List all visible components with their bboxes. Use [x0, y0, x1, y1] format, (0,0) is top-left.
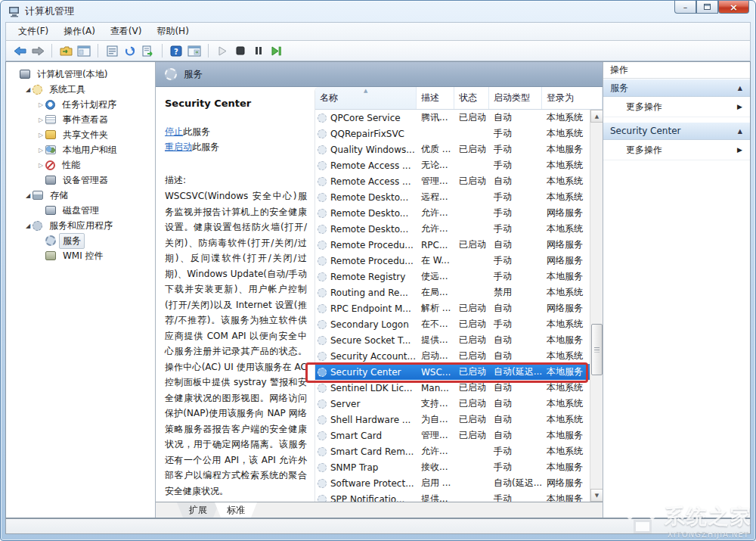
tree-expander-icon[interactable]: ▷: [36, 162, 45, 169]
tree-item[interactable]: WMI 控件: [6, 248, 155, 263]
tab-standard[interactable]: 标准: [215, 502, 257, 518]
service-name: Remote Deskto...: [330, 192, 408, 203]
restart-service-link[interactable]: 重启动: [165, 141, 192, 152]
actions-section-security-center[interactable]: Security Center ▲: [603, 122, 750, 140]
table-row[interactable]: Remote Registry 使远... 手动 本地服务: [315, 269, 590, 284]
more-actions-services[interactable]: 更多操作 ▶: [603, 97, 750, 117]
restore-button[interactable]: [696, 1, 718, 14]
tree-expander-icon[interactable]: ▷: [36, 147, 45, 154]
start-service-icon[interactable]: [215, 43, 230, 58]
scrollbar-thumb[interactable]: [591, 324, 603, 375]
table-row[interactable]: Shell Hardware ... 为自... 已启动 自动 本地系统: [315, 412, 590, 428]
shared-folders-icon: [45, 130, 56, 139]
more-actions-security-center[interactable]: 更多操作 ▶: [603, 140, 750, 160]
table-row[interactable]: QQRepairFixSVC 手动 本地系统: [315, 126, 590, 141]
column-header-description[interactable]: 描述: [417, 87, 454, 109]
help-icon[interactable]: ?: [169, 43, 184, 58]
table-row[interactable]: Quality Windows... 优质 ... 已启动 手动 本地服务: [315, 141, 590, 157]
menu-item-1[interactable]: 操作(A): [56, 23, 103, 40]
action-pane-icon[interactable]: [187, 43, 202, 58]
actions-title: 操作: [603, 62, 750, 79]
tree-item-label: 设备管理器: [59, 173, 112, 188]
forward-icon[interactable]: [30, 43, 45, 58]
table-row[interactable]: Remote Procedu... 在 W... 手动 网络服务: [315, 253, 590, 269]
table-row[interactable]: Secondary Logon 在不... 已启动 手动 本地系统: [315, 316, 590, 332]
service-name: Server: [330, 399, 360, 409]
tree-expander-icon[interactable]: ◢: [23, 192, 33, 199]
table-row[interactable]: Remote Access ... 管理... 已启动 自动 本地系统: [315, 173, 590, 189]
restart-service-icon[interactable]: [269, 43, 284, 58]
close-button[interactable]: ×: [718, 1, 749, 14]
minimize-button[interactable]: –: [674, 1, 696, 14]
column-header-startup-type[interactable]: 启动类型: [489, 87, 542, 109]
service-logon-as-cell: 本地服务: [542, 429, 590, 442]
table-row[interactable]: Remote Deskto... 允许... 手动 网络服务: [315, 205, 590, 221]
tree-item[interactable]: ◢ 服务和应用程序: [6, 218, 155, 233]
table-row[interactable]: Security Account... 启动... 已启动 自动 本地系统: [315, 348, 590, 364]
service-name: QPCore Service: [330, 113, 401, 123]
table-row[interactable]: Smart Card 管理... 已启动 自动 本地服务: [315, 428, 590, 443]
actions-section-security-center-label: Security Center: [610, 126, 680, 136]
tree-item[interactable]: ▷ 共享文件夹: [6, 127, 155, 142]
tree-expander-icon[interactable]: ▷: [36, 101, 45, 108]
stop-service-link[interactable]: 停止: [165, 126, 183, 137]
column-header-logon-as[interactable]: 登录为: [542, 87, 603, 109]
status-bar: [5, 518, 751, 534]
table-row[interactable]: Smart Card Rem... 允许... 手动 本地系统: [315, 443, 590, 459]
tree-item[interactable]: 磁盘管理: [6, 203, 155, 218]
table-row[interactable]: Secure Socket T... 提供... 已启动 自动 本地服务: [315, 332, 590, 348]
table-row[interactable]: Remote Deskto... 远程... 手动 本地系统: [315, 189, 590, 205]
tree-item[interactable]: ◢ 系统工具: [6, 82, 155, 97]
tree-item[interactable]: ▷ 本地用户和组: [6, 142, 155, 157]
actions-section-services[interactable]: 服务 ▲: [603, 79, 750, 97]
table-row[interactable]: SPP Notificatio... 提供... 手动 本地服务: [315, 491, 590, 502]
tree-item[interactable]: 服务: [6, 233, 155, 248]
column-header-status[interactable]: 状态: [454, 87, 489, 109]
title-bar[interactable]: 计算机管理 – ×: [1, 1, 755, 22]
collapse-icon[interactable]: ▲: [738, 128, 742, 135]
service-gear-icon: [318, 447, 327, 456]
menu-item-3[interactable]: 帮助(H): [149, 23, 196, 40]
table-row[interactable]: RPC Endpoint M... 解析 ... 已启动 自动 网络服务: [315, 300, 590, 316]
service-description-cell: 优质 ...: [417, 143, 454, 156]
export-list-icon[interactable]: [141, 43, 156, 58]
table-row[interactable]: QPCore Service 腾讯... 已启动 自动 本地系统: [315, 110, 590, 126]
back-icon[interactable]: [12, 43, 27, 58]
service-status-cell: 已启动: [454, 111, 489, 124]
properties-icon[interactable]: [104, 43, 119, 58]
console-window-icon[interactable]: [76, 43, 91, 58]
table-row[interactable]: Sentinel LDK Lic... Man... 已启动 自动 本地系统: [315, 380, 590, 396]
table-row[interactable]: Remote Access ... 无论... 手动 本地系统: [315, 157, 590, 173]
table-row[interactable]: SNMP Trap 接收... 手动 本地服务: [315, 459, 590, 475]
service-status-cell: 已启动: [454, 350, 489, 362]
scroll-down-icon[interactable]: ▼: [590, 489, 603, 502]
tree-item[interactable]: ▷ 任务计划程序: [6, 97, 155, 112]
tab-extended[interactable]: 扩展: [177, 502, 219, 518]
tree-expander-icon[interactable]: ◢: [23, 86, 33, 93]
console-tree-icon[interactable]: [58, 43, 73, 58]
table-row[interactable]: Server 支持... 已启动 自动 本地系统: [315, 396, 590, 412]
pause-service-icon[interactable]: [251, 43, 266, 58]
refresh-icon[interactable]: [122, 43, 138, 58]
tree-item[interactable]: 计算机管理(本地): [6, 67, 155, 82]
menu-item-2[interactable]: 查看(V): [103, 23, 150, 40]
collapse-icon[interactable]: ▲: [738, 85, 742, 92]
table-row[interactable]: Routing and Re... 在局... 禁用 本地系统: [315, 284, 590, 300]
service-startup-type-cell: 自动: [489, 334, 542, 347]
menu-item-0[interactable]: 文件(F): [11, 23, 56, 40]
tree-item[interactable]: ▷ 事件查看器: [6, 112, 155, 127]
tree-expander-icon[interactable]: ▷: [36, 117, 45, 123]
vertical-scrollbar[interactable]: ▲ ▼: [590, 110, 603, 502]
table-row[interactable]: Security Center WSC... 已启动 自动(延迟... 本地服务: [315, 364, 590, 380]
tree-item[interactable]: ◢ 存储: [6, 188, 155, 203]
table-row[interactable]: Remote Procedu... RPC... 已启动 自动 网络服务: [315, 237, 590, 253]
tree-expander-icon[interactable]: ▷: [36, 132, 45, 138]
column-header-name[interactable]: 名称▲: [315, 87, 417, 109]
table-row[interactable]: Remote Deskto... 允许... 手动 本地系统: [315, 221, 590, 237]
tree-item[interactable]: 设备管理器: [6, 173, 155, 188]
tree-expander-icon[interactable]: ◢: [23, 222, 33, 229]
table-row[interactable]: Software Protect... 启用 ... 自动(延迟... 网络服务: [315, 475, 590, 491]
stop-service-icon[interactable]: [233, 43, 248, 58]
tree-item[interactable]: ▷ 性能: [6, 157, 155, 173]
scroll-up-icon[interactable]: ▲: [590, 110, 603, 123]
